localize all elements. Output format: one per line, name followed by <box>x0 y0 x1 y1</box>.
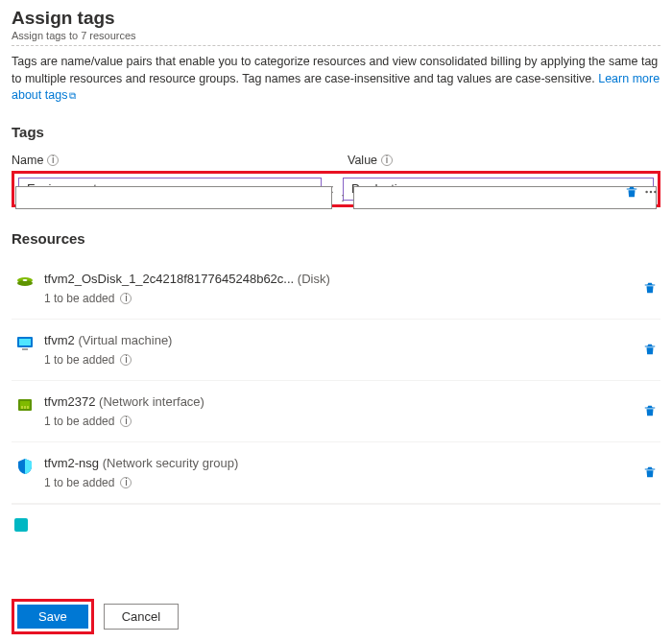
svg-point-2 <box>654 190 656 192</box>
description-text: Tags are name/value pairs that enable yo… <box>12 55 658 85</box>
page-description: Tags are name/value pairs that enable yo… <box>12 54 660 105</box>
tag-value-label: Value <box>348 154 377 167</box>
resources-section-header: Resources <box>12 230 660 247</box>
svg-point-5 <box>23 279 28 281</box>
info-icon[interactable]: i <box>120 354 132 366</box>
remove-resource-icon[interactable] <box>643 404 657 417</box>
resource-status: 1 to be added <box>44 292 114 305</box>
resource-item: tfvm2-nsg (Network security group) 1 to … <box>12 442 660 504</box>
resource-name: tfvm2_OsDisk_1_2c4218f8177645248b62c... <box>44 272 294 286</box>
info-icon[interactable]: i <box>381 155 393 166</box>
resource-item: tfvm2372 (Network interface) 1 to be add… <box>12 381 660 442</box>
footer-actions: Save Cancel <box>12 599 179 634</box>
save-highlight: Save <box>12 599 94 634</box>
resource-type: (Virtual machine) <box>78 333 172 347</box>
resource-type: (Disk) <box>298 272 330 286</box>
resource-name: tfvm2-nsg <box>44 456 99 470</box>
resource-item: tfvm2 (Virtual machine) 1 to be added i <box>12 320 660 381</box>
vm-icon <box>15 334 35 353</box>
resource-list: tfvm2_OsDisk_1_2c4218f8177645248b62c... … <box>12 258 660 533</box>
tag-value-input[interactable] <box>353 186 657 209</box>
resource-status: 1 to be added <box>44 476 114 489</box>
delete-tag-icon[interactable] <box>622 182 641 202</box>
svg-rect-11 <box>21 406 23 409</box>
disk-icon <box>15 273 35 292</box>
resource-status: 1 to be added <box>44 353 114 367</box>
svg-rect-14 <box>14 518 28 532</box>
resource-type: (Network interface) <box>99 394 204 409</box>
resource-status: 1 to be added <box>44 415 114 428</box>
info-icon[interactable]: i <box>120 416 132 427</box>
info-icon[interactable]: i <box>47 155 59 166</box>
resource-item-cutoff <box>12 504 660 533</box>
remove-resource-icon[interactable] <box>643 343 657 356</box>
resource-type: (Network security group) <box>103 456 239 470</box>
svg-rect-12 <box>24 406 26 409</box>
tag-separator: : <box>338 190 348 204</box>
remove-resource-icon[interactable] <box>643 465 657 479</box>
tag-name-input[interactable] <box>15 186 332 209</box>
svg-point-0 <box>645 190 647 192</box>
svg-rect-8 <box>22 348 28 350</box>
info-icon[interactable]: i <box>120 293 132 304</box>
cancel-button[interactable]: Cancel <box>104 604 179 630</box>
more-icon[interactable] <box>641 182 660 202</box>
resource-name: tfvm2372 <box>44 394 95 409</box>
page-title: Assign tags <box>12 8 660 29</box>
remove-resource-icon[interactable] <box>643 281 657 295</box>
resource-name: tfvm2 <box>44 333 75 347</box>
info-icon[interactable]: i <box>120 477 132 488</box>
save-button[interactable]: Save <box>17 605 88 629</box>
svg-rect-13 <box>27 406 29 409</box>
external-link-icon: ⧉ <box>69 90 76 101</box>
nsg-icon <box>15 457 35 476</box>
resource-icon <box>12 515 31 533</box>
tags-section-header: Tags <box>12 124 660 140</box>
nic-icon <box>15 395 35 415</box>
page-subtitle: Assign tags to 7 resources <box>12 30 660 46</box>
svg-rect-7 <box>19 339 31 345</box>
tag-column-headers: Name i Value i <box>12 154 660 167</box>
svg-point-1 <box>650 190 652 192</box>
tag-name-label: Name <box>12 154 43 167</box>
resource-item: tfvm2_OsDisk_1_2c4218f8177645248b62c... … <box>12 258 660 320</box>
